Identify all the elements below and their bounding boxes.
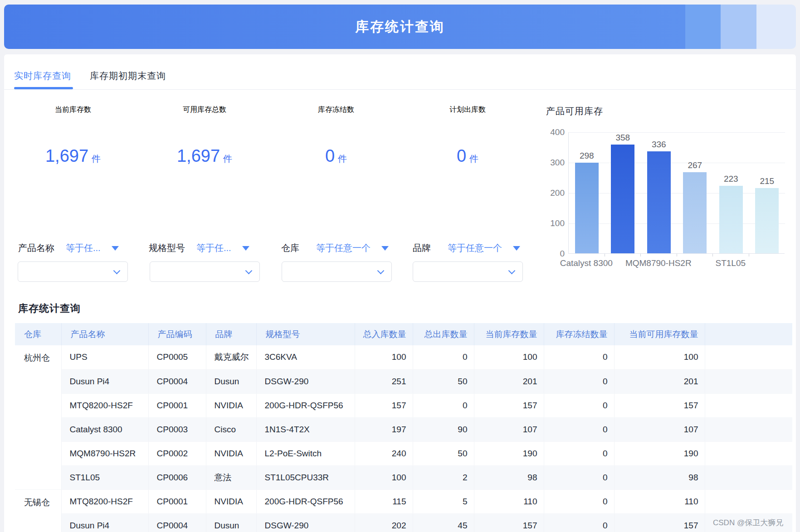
table-cell: 110: [614, 489, 705, 513]
filter-brand: 品牌 等于任意一个: [413, 242, 520, 254]
table-cell: CP0001: [148, 489, 206, 513]
table-cell: MQM8790-HS2R: [61, 441, 148, 465]
inventory-table-body: 杭州仓UPSCP0005戴克威尔3C6KVA10001000100Dusun P…: [15, 345, 792, 532]
x-axis-category-label: Catalyst 8300: [548, 258, 625, 268]
table-cell: 90: [413, 417, 474, 441]
gridline: [569, 193, 785, 193]
page-title: 库存统计查询: [4, 5, 796, 49]
table-cell: 45: [413, 513, 474, 532]
table-cell: ST1L05: [61, 465, 148, 489]
x-axis-category-label: MQM8790-HS2R: [620, 258, 697, 268]
warehouse-select[interactable]: [282, 261, 392, 282]
col-product-name: 产品名称: [61, 323, 148, 345]
gridline: [569, 223, 785, 224]
table-cell: DSGW-290: [256, 369, 355, 393]
inventory-table: 仓库 产品名称 产品编码 品牌 规格型号 总入库数量 总出库数量 当前库存数量 …: [15, 323, 792, 532]
table-cell: 0: [544, 417, 614, 441]
table-cell: 100: [355, 345, 413, 369]
tabs-divider: [4, 89, 796, 90]
y-axis-tick-label: 100: [546, 218, 565, 228]
table-cell: 115: [355, 489, 413, 513]
table-cell: 0: [544, 465, 614, 489]
table-cell: NVIDIA: [206, 393, 256, 417]
table-cell: 5: [413, 489, 474, 513]
table-cell: 50: [413, 441, 474, 465]
product-name-select[interactable]: [18, 261, 128, 282]
table-cell: 190: [614, 441, 705, 465]
table-cell-empty: [705, 393, 792, 417]
col-product-code: 产品编码: [148, 323, 206, 345]
filter-brand-label: 品牌: [413, 242, 431, 254]
table-cell: 0: [544, 369, 614, 393]
table-cell: NVIDIA: [206, 441, 256, 465]
y-axis-tick-label: 0: [546, 249, 565, 259]
table-cell: 100: [355, 465, 413, 489]
table-cell: 107: [614, 417, 705, 441]
chevron-down-icon: [377, 267, 385, 275]
table-cell-empty: [705, 417, 792, 441]
table-cell: 3C6KVA: [256, 345, 355, 369]
table-row: Dusun Pi4CP0004DusunDSGW-290251502010201: [15, 369, 792, 393]
y-axis-tick-label: 400: [546, 127, 565, 137]
table-cell: 0: [413, 393, 474, 417]
filter-brand-operator[interactable]: 等于任意一个: [448, 242, 502, 254]
chart-bar: [755, 188, 779, 253]
table-row: MTQ8200-HS2FCP0001NVIDIA200G-HDR-QSFP561…: [15, 393, 792, 417]
table-row: 杭州仓UPSCP0005戴克威尔3C6KVA10001000100: [15, 345, 792, 369]
table-section-title: 库存统计查询: [18, 302, 81, 315]
table-cell-empty: [705, 465, 792, 489]
table-header-row: 仓库 产品名称 产品编码 品牌 规格型号 总入库数量 总出库数量 当前库存数量 …: [15, 323, 792, 345]
stat-current-inventory-value: 1,697件: [19, 146, 127, 166]
table-row: Catalyst 8300CP0003Cisco1N1S-4T2X1979010…: [15, 417, 792, 441]
table-cell: 200G-HDR-QSFP56: [256, 489, 355, 513]
table-cell: UPS: [61, 345, 148, 369]
table-cell: 251: [355, 369, 413, 393]
warehouse-cell: 杭州仓: [15, 345, 61, 489]
spec-model-select[interactable]: [150, 261, 260, 282]
table-row: Dusun Pi4CP0004DusunDSGW-290202451570157: [15, 513, 792, 532]
table-cell: Dusun Pi4: [61, 369, 148, 393]
filter-product-name-operator[interactable]: 等于任...: [66, 242, 101, 254]
tab-period-inventory[interactable]: 库存期初期末查询: [90, 70, 166, 82]
table-cell: ST1L05CPU33R: [256, 465, 355, 489]
caret-down-icon: [112, 246, 119, 251]
table-row: MQM8790-HS2RCP0002NVIDIAL2-PoE-Switch240…: [15, 441, 792, 465]
caret-down-icon: [381, 246, 389, 251]
table-cell: 190: [474, 441, 544, 465]
filter-warehouse: 仓库 等于任意一个: [281, 242, 389, 254]
bar-value-label: 267: [674, 160, 715, 170]
gridline: [569, 132, 785, 133]
filter-spec-model: 规格型号 等于任...: [149, 242, 249, 254]
filter-spec-model-operator[interactable]: 等于任...: [196, 242, 231, 254]
table-cell: L2-PoE-Switch: [256, 441, 355, 465]
table-cell: CP0003: [148, 417, 206, 441]
filter-warehouse-operator[interactable]: 等于任意一个: [316, 242, 371, 254]
table-cell: 157: [614, 393, 705, 417]
filter-product-name: 产品名称 等于任...: [18, 242, 119, 254]
stat-available-inventory-label: 可用库存总数: [150, 105, 259, 115]
warehouse-cell: 无锡仓: [15, 489, 61, 532]
col-total-outbound: 总出库数量: [413, 323, 474, 345]
col-current-qty: 当前库存数量: [474, 323, 544, 345]
table-cell: CP0006: [148, 465, 206, 489]
table-row: ST1L05CP0006意法ST1L05CPU33R100298098: [15, 465, 792, 489]
chevron-down-icon: [245, 267, 253, 275]
chart-plot-area: 298358336267223215: [568, 132, 785, 254]
table-cell: CP0005: [148, 345, 206, 369]
x-axis-category-label: ST1L05: [692, 258, 769, 268]
table-cell: 157: [474, 513, 544, 532]
bar-value-label: 223: [711, 174, 751, 184]
tab-realtime-inventory[interactable]: 实时库存查询: [14, 70, 71, 82]
watermark: CSDN @保卫大狮兄: [713, 517, 783, 528]
table-cell: 107: [474, 417, 544, 441]
table-cell: CP0004: [148, 369, 206, 393]
table-cell-empty: [705, 369, 792, 393]
chart-bar: [647, 151, 671, 253]
table-cell: 200G-HDR-QSFP56: [256, 393, 355, 417]
x-axis-tick: [677, 254, 677, 256]
brand-select[interactable]: [413, 261, 523, 282]
x-axis-tick: [749, 254, 749, 256]
table-cell: MTQ8200-HS2F: [61, 489, 148, 513]
table-cell: 157: [355, 393, 413, 417]
table-cell: 197: [355, 417, 413, 441]
